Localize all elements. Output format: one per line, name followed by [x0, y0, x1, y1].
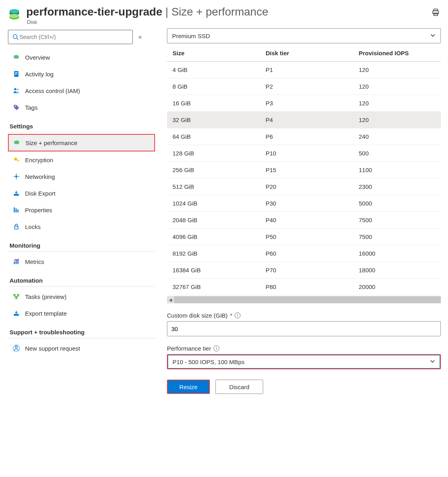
scroll-left-arrow[interactable]: ◀: [167, 296, 174, 303]
sidebar-item-properties[interactable]: Properties: [8, 202, 155, 218]
chevron-down-icon: [430, 33, 436, 39]
resize-button[interactable]: Resize: [167, 380, 210, 394]
svg-rect-28: [14, 294, 16, 296]
svg-rect-8: [14, 71, 19, 77]
blade-header: performance-tier-upgrade | Size + perfor…: [0, 0, 448, 28]
svg-line-6: [17, 38, 18, 40]
sidebar-item-iam[interactable]: Access control (IAM): [8, 82, 155, 99]
sidebar-item-export[interactable]: Export template: [8, 305, 155, 322]
cell-size: 64 GiB: [167, 128, 260, 145]
svg-rect-10: [15, 73, 17, 74]
cell-tier: P20: [260, 178, 353, 195]
cell-iops: 120: [353, 95, 441, 112]
table-row[interactable]: 32 GiBP4120: [167, 112, 441, 128]
custom-size-input[interactable]: [167, 321, 441, 336]
table-row[interactable]: 256 GiBP151100: [167, 162, 441, 178]
sidebar-item-metrics[interactable]: Metrics: [8, 253, 155, 270]
sidebar-item-label: Locks: [25, 223, 41, 230]
col-tier[interactable]: Disk tier: [260, 45, 353, 62]
cell-iops: 1100: [353, 162, 441, 178]
cell-tier: P50: [260, 229, 353, 245]
disk-icon: [8, 7, 21, 20]
sidebar-item-label: Properties: [25, 207, 52, 213]
svg-rect-24: [15, 226, 18, 229]
discard-button[interactable]: Discard: [215, 380, 263, 394]
cell-tier: P80: [260, 279, 353, 295]
sidebar-item-locks[interactable]: Locks: [8, 218, 155, 235]
main-content: Premium SSD Size Disk tier Provisioned I…: [155, 28, 448, 402]
size-icon: [13, 139, 21, 147]
svg-point-12: [14, 88, 16, 90]
cell-size: 8 GiB: [167, 78, 260, 95]
table-row[interactable]: 8 GiBP2120: [167, 78, 441, 95]
cell-size: 4 GiB: [167, 62, 260, 78]
table-row[interactable]: 16 GiBP3120: [167, 95, 441, 112]
sidebar-item-newrequest[interactable]: New support request: [8, 340, 155, 357]
group-monitoring: Monitoring: [8, 235, 155, 252]
table-row[interactable]: 2048 GiBP407500: [167, 212, 441, 229]
cell-size: 4096 GiB: [167, 229, 260, 245]
cell-size: 512 GiB: [167, 178, 260, 195]
scroll-thumb[interactable]: [174, 296, 441, 303]
sidebar-item-networking[interactable]: Networking: [8, 168, 155, 185]
info-icon[interactable]: i: [213, 345, 219, 351]
cell-iops: 120: [353, 112, 441, 128]
svg-rect-29: [17, 294, 19, 296]
cell-tier: P60: [260, 245, 353, 262]
svg-point-32: [15, 346, 17, 348]
sidebar-item-diskexport[interactable]: Disk Export: [8, 185, 155, 202]
table-row[interactable]: 64 GiBP6240: [167, 128, 441, 145]
cell-iops: 120: [353, 62, 441, 78]
cell-size: 32 GiB: [167, 112, 260, 128]
svg-rect-23: [17, 209, 19, 212]
sidebar-item-tasks[interactable]: Tasks (preview): [8, 288, 155, 305]
group-settings: Settings: [8, 116, 155, 132]
horizontal-scrollbar[interactable]: ◀: [167, 296, 441, 303]
page-title: performance-tier-upgrade | Size + perfor…: [26, 6, 431, 18]
sidebar-item-label: Metrics: [25, 258, 44, 265]
sidebar-item-label: New support request: [25, 345, 80, 352]
table-row[interactable]: 512 GiBP202300: [167, 178, 441, 195]
col-iops[interactable]: Provisioned IOPS: [353, 45, 441, 62]
sidebar-item-overview[interactable]: Overview: [8, 49, 155, 66]
search-input[interactable]: [19, 34, 129, 40]
table-row[interactable]: 16384 GiBP7018000: [167, 262, 441, 279]
print-icon[interactable]: [431, 8, 440, 18]
sidebar-item-label: Access control (IAM): [25, 87, 80, 94]
sidebar-item-label: Export template: [25, 310, 67, 317]
collapse-sidebar-button[interactable]: «: [138, 33, 142, 41]
performance-tier-dropdown[interactable]: P10 - 500 IOPS, 100 MBps: [167, 354, 441, 369]
chevron-down-icon: [430, 359, 435, 365]
cell-iops: 20000: [353, 279, 441, 295]
info-icon[interactable]: i: [235, 312, 240, 318]
table-row[interactable]: 128 GiBP10500: [167, 145, 441, 162]
table-row[interactable]: 4 GiBP1120: [167, 62, 441, 78]
cell-iops: 500: [353, 145, 441, 162]
newrequest-icon: [12, 344, 20, 352]
sidebar-item-size[interactable]: Size + performance: [8, 134, 155, 151]
cell-iops: 16000: [353, 245, 441, 262]
sidebar-item-encryption[interactable]: Encryption: [8, 151, 155, 168]
sidebar-item-tags[interactable]: Tags: [8, 99, 155, 116]
svg-rect-21: [14, 207, 15, 213]
svg-rect-25: [14, 262, 15, 264]
svg-point-15: [14, 141, 19, 143]
table-row[interactable]: 1024 GiBP305000: [167, 195, 441, 212]
properties-icon: [12, 206, 20, 214]
cell-size: 1024 GiB: [167, 195, 260, 212]
cell-tier: P2: [260, 78, 353, 95]
table-row[interactable]: 32767 GiBP8020000: [167, 279, 441, 295]
sidebar-item-activity[interactable]: Activity log: [8, 66, 155, 82]
cell-tier: P1: [260, 62, 353, 78]
cell-tier: P3: [260, 95, 353, 112]
table-row[interactable]: 4096 GiBP507500: [167, 229, 441, 245]
custom-size-label: Custom disk size (GiB) * i: [167, 312, 441, 319]
col-size[interactable]: Size: [167, 45, 260, 62]
svg-rect-22: [16, 208, 17, 212]
search-input-wrapper[interactable]: [8, 30, 133, 44]
table-row[interactable]: 8192 GiBP6016000: [167, 245, 441, 262]
svg-rect-26: [16, 260, 17, 264]
cell-tier: P40: [260, 212, 353, 229]
disk-sku-dropdown[interactable]: Premium SSD: [167, 28, 441, 43]
group-automation: Automation: [8, 270, 155, 287]
